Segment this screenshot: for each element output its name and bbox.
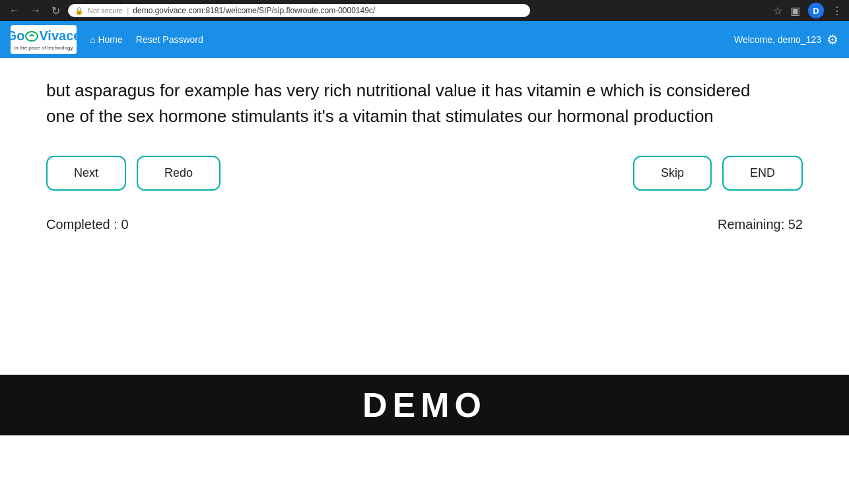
- action-buttons: Next Redo Skip END: [46, 156, 803, 191]
- logo-go-text: Go: [7, 28, 25, 44]
- skip-button[interactable]: Skip: [633, 156, 712, 191]
- completed-label: Completed : 0: [46, 217, 129, 232]
- window-icon[interactable]: ▣: [790, 5, 800, 17]
- reset-password-link[interactable]: Reset Password: [136, 34, 203, 45]
- star-icon[interactable]: ☆: [773, 5, 782, 17]
- browser-right-icons: ☆ ▣ D ⋮: [773, 3, 842, 18]
- logo-tagline: in the pace of technology: [7, 45, 81, 51]
- redo-button[interactable]: Redo: [137, 156, 221, 191]
- logo-bird-icon: [24, 30, 39, 42]
- brand-logo: Go Vivace in the pace of technology: [11, 25, 77, 54]
- user-avatar[interactable]: D: [808, 3, 824, 18]
- logo-container: Go Vivace in the pace of technology: [11, 25, 77, 54]
- home-label: Home: [98, 34, 122, 45]
- browser-chrome: ← → ↻ 🔒 Not secure | demo.govivace.com:8…: [0, 0, 849, 21]
- main-content: but asparagus for example has very rich …: [0, 58, 849, 375]
- welcome-section: Welcome, demo_123 ⚙: [734, 32, 838, 47]
- not-secure-label: Not secure: [88, 7, 123, 15]
- security-icon: 🔒: [75, 7, 84, 15]
- transcript-text: but asparagus for example has very rich …: [46, 78, 772, 129]
- refresh-button[interactable]: ↻: [49, 3, 63, 18]
- home-icon: ⌂: [90, 34, 95, 45]
- forward-button[interactable]: →: [28, 3, 44, 18]
- url-display: demo.govivace.com:8181/welcome/SIP/sip.f…: [133, 6, 375, 15]
- address-bar[interactable]: 🔒 Not secure | demo.govivace.com:8181/we…: [68, 4, 530, 17]
- bottom-bar: [0, 435, 849, 488]
- remaining-label: Remaining: 52: [718, 217, 803, 232]
- home-link[interactable]: ⌂ Home: [90, 34, 123, 45]
- reset-password-label: Reset Password: [136, 34, 203, 45]
- nav-links: ⌂ Home Reset Password: [90, 34, 203, 45]
- logo-vivace-text: Vivace: [39, 28, 81, 44]
- end-button[interactable]: END: [722, 156, 803, 191]
- menu-icon[interactable]: ⋮: [832, 5, 842, 17]
- demo-text: DEMO: [362, 386, 487, 424]
- back-button[interactable]: ←: [7, 3, 22, 18]
- settings-icon[interactable]: ⚙: [827, 32, 838, 47]
- stats-row: Completed : 0 Remaining: 52: [46, 217, 803, 232]
- next-button[interactable]: Next: [46, 156, 126, 191]
- demo-banner: DEMO: [0, 375, 849, 435]
- navbar: Go Vivace in the pace of technology ⌂ Ho…: [0, 21, 849, 58]
- welcome-text: Welcome, demo_123: [734, 34, 821, 45]
- right-buttons: Skip END: [633, 156, 803, 191]
